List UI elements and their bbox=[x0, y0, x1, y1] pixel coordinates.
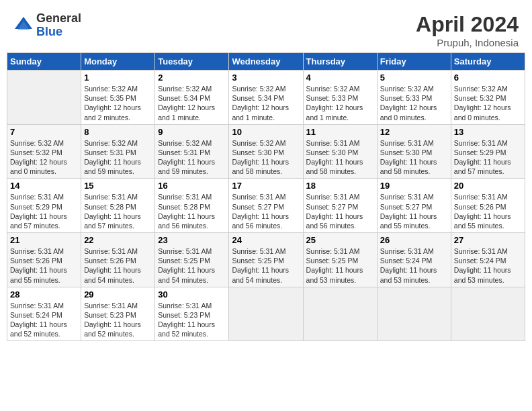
calendar-cell: 5Sunrise: 5:32 AM Sunset: 5:33 PM Daylig… bbox=[377, 71, 451, 125]
day-info: Sunrise: 5:32 AM Sunset: 5:34 PM Dayligh… bbox=[232, 84, 300, 122]
calendar-cell: 17Sunrise: 5:31 AM Sunset: 5:27 PM Dayli… bbox=[229, 179, 303, 233]
logo-blue-text: Blue bbox=[36, 26, 81, 39]
day-number: 17 bbox=[232, 181, 300, 191]
day-number: 14 bbox=[10, 181, 78, 191]
day-info: Sunrise: 5:32 AM Sunset: 5:35 PM Dayligh… bbox=[84, 84, 152, 122]
day-number: 11 bbox=[306, 127, 374, 137]
column-header-saturday: Saturday bbox=[451, 53, 525, 71]
calendar-cell: 24Sunrise: 5:31 AM Sunset: 5:25 PM Dayli… bbox=[229, 233, 303, 287]
day-number: 13 bbox=[454, 127, 522, 137]
day-info: Sunrise: 5:31 AM Sunset: 5:27 PM Dayligh… bbox=[232, 192, 300, 230]
calendar-cell bbox=[451, 287, 525, 341]
day-number: 23 bbox=[158, 235, 226, 245]
day-number: 18 bbox=[306, 181, 374, 191]
day-info: Sunrise: 5:31 AM Sunset: 5:25 PM Dayligh… bbox=[158, 246, 226, 285]
calendar-table: SundayMondayTuesdayWednesdayThursdayFrid… bbox=[7, 52, 525, 341]
day-number: 29 bbox=[84, 289, 152, 300]
day-number: 12 bbox=[380, 127, 448, 137]
calendar-cell: 12Sunrise: 5:31 AM Sunset: 5:30 PM Dayli… bbox=[377, 124, 451, 179]
calendar-cell: 13Sunrise: 5:31 AM Sunset: 5:29 PM Dayli… bbox=[451, 124, 525, 179]
day-number: 16 bbox=[158, 181, 226, 191]
day-info: Sunrise: 5:31 AM Sunset: 5:28 PM Dayligh… bbox=[84, 192, 152, 230]
calendar-cell: 3Sunrise: 5:32 AM Sunset: 5:34 PM Daylig… bbox=[229, 71, 303, 125]
calendar-cell: 11Sunrise: 5:31 AM Sunset: 5:30 PM Dayli… bbox=[303, 124, 377, 179]
calendar-cell: 19Sunrise: 5:31 AM Sunset: 5:27 PM Dayli… bbox=[377, 179, 451, 233]
column-header-friday: Friday bbox=[377, 53, 451, 71]
day-number: 8 bbox=[84, 127, 152, 137]
calendar-cell: 2Sunrise: 5:32 AM Sunset: 5:34 PM Daylig… bbox=[155, 71, 229, 125]
day-info: Sunrise: 5:31 AM Sunset: 5:26 PM Dayligh… bbox=[84, 246, 152, 285]
day-number: 2 bbox=[158, 73, 226, 83]
calendar-cell: 27Sunrise: 5:31 AM Sunset: 5:24 PM Dayli… bbox=[451, 233, 525, 287]
calendar-cell: 14Sunrise: 5:31 AM Sunset: 5:29 PM Dayli… bbox=[7, 179, 81, 233]
calendar-cell: 29Sunrise: 5:31 AM Sunset: 5:23 PM Dayli… bbox=[81, 287, 155, 341]
calendar-cell: 23Sunrise: 5:31 AM Sunset: 5:25 PM Dayli… bbox=[155, 233, 229, 287]
day-info: Sunrise: 5:32 AM Sunset: 5:31 PM Dayligh… bbox=[158, 138, 226, 177]
calendar-header-row: SundayMondayTuesdayWednesdayThursdayFrid… bbox=[7, 53, 525, 71]
calendar-cell: 25Sunrise: 5:31 AM Sunset: 5:25 PM Dayli… bbox=[303, 233, 377, 287]
day-info: Sunrise: 5:31 AM Sunset: 5:24 PM Dayligh… bbox=[454, 246, 522, 285]
calendar-cell bbox=[229, 287, 303, 341]
day-info: Sunrise: 5:32 AM Sunset: 5:34 PM Dayligh… bbox=[158, 84, 226, 122]
calendar-cell: 30Sunrise: 5:31 AM Sunset: 5:23 PM Dayli… bbox=[155, 287, 229, 341]
day-info: Sunrise: 5:31 AM Sunset: 5:23 PM Dayligh… bbox=[84, 301, 152, 339]
day-info: Sunrise: 5:31 AM Sunset: 5:29 PM Dayligh… bbox=[10, 192, 78, 230]
location-subtitle: Prupuh, Indonesia bbox=[416, 37, 519, 48]
column-header-tuesday: Tuesday bbox=[155, 53, 229, 71]
logo: General Blue bbox=[13, 12, 81, 39]
day-number: 6 bbox=[454, 73, 522, 83]
week-row-2: 7Sunrise: 5:32 AM Sunset: 5:32 PM Daylig… bbox=[7, 124, 525, 179]
calendar-cell: 28Sunrise: 5:31 AM Sunset: 5:24 PM Dayli… bbox=[7, 287, 81, 341]
day-info: Sunrise: 5:32 AM Sunset: 5:32 PM Dayligh… bbox=[10, 138, 78, 177]
logo-icon bbox=[13, 15, 34, 36]
day-number: 25 bbox=[306, 235, 374, 245]
day-info: Sunrise: 5:32 AM Sunset: 5:33 PM Dayligh… bbox=[306, 84, 374, 122]
calendar-cell: 20Sunrise: 5:31 AM Sunset: 5:26 PM Dayli… bbox=[451, 179, 525, 233]
day-number: 27 bbox=[454, 235, 522, 245]
day-number: 26 bbox=[380, 235, 448, 245]
week-row-4: 21Sunrise: 5:31 AM Sunset: 5:26 PM Dayli… bbox=[7, 233, 525, 287]
week-row-3: 14Sunrise: 5:31 AM Sunset: 5:29 PM Dayli… bbox=[7, 179, 525, 233]
week-row-1: 1Sunrise: 5:32 AM Sunset: 5:35 PM Daylig… bbox=[7, 71, 525, 125]
day-info: Sunrise: 5:32 AM Sunset: 5:31 PM Dayligh… bbox=[84, 138, 152, 177]
day-number: 21 bbox=[10, 235, 78, 245]
day-number: 5 bbox=[380, 73, 448, 83]
calendar-cell: 4Sunrise: 5:32 AM Sunset: 5:33 PM Daylig… bbox=[303, 71, 377, 125]
day-info: Sunrise: 5:31 AM Sunset: 5:25 PM Dayligh… bbox=[232, 246, 300, 285]
month-title: April 2024 bbox=[416, 12, 519, 37]
calendar-cell: 7Sunrise: 5:32 AM Sunset: 5:32 PM Daylig… bbox=[7, 124, 81, 179]
day-info: Sunrise: 5:31 AM Sunset: 5:27 PM Dayligh… bbox=[306, 192, 374, 230]
day-info: Sunrise: 5:31 AM Sunset: 5:30 PM Dayligh… bbox=[380, 138, 448, 177]
calendar-cell bbox=[7, 71, 81, 125]
day-number: 1 bbox=[84, 73, 152, 83]
calendar-cell bbox=[377, 287, 451, 341]
day-number: 3 bbox=[232, 73, 300, 83]
day-number: 15 bbox=[84, 181, 152, 191]
day-number: 7 bbox=[10, 127, 78, 137]
calendar-cell bbox=[303, 287, 377, 341]
calendar-cell: 22Sunrise: 5:31 AM Sunset: 5:26 PM Dayli… bbox=[81, 233, 155, 287]
header: General Blue April 2024 Prupuh, Indonesi… bbox=[7, 7, 525, 52]
day-number: 4 bbox=[306, 73, 374, 83]
day-number: 10 bbox=[232, 127, 300, 137]
day-info: Sunrise: 5:31 AM Sunset: 5:26 PM Dayligh… bbox=[454, 192, 522, 230]
day-info: Sunrise: 5:31 AM Sunset: 5:27 PM Dayligh… bbox=[380, 192, 448, 230]
column-header-wednesday: Wednesday bbox=[229, 53, 303, 71]
calendar-cell: 9Sunrise: 5:32 AM Sunset: 5:31 PM Daylig… bbox=[155, 124, 229, 179]
calendar-cell: 8Sunrise: 5:32 AM Sunset: 5:31 PM Daylig… bbox=[81, 124, 155, 179]
logo-general-text: General bbox=[36, 12, 81, 26]
day-info: Sunrise: 5:32 AM Sunset: 5:30 PM Dayligh… bbox=[232, 138, 300, 177]
calendar-cell: 6Sunrise: 5:32 AM Sunset: 5:32 PM Daylig… bbox=[451, 71, 525, 125]
calendar-cell: 15Sunrise: 5:31 AM Sunset: 5:28 PM Dayli… bbox=[81, 179, 155, 233]
day-info: Sunrise: 5:31 AM Sunset: 5:28 PM Dayligh… bbox=[158, 192, 226, 230]
day-number: 20 bbox=[454, 181, 522, 191]
day-number: 9 bbox=[158, 127, 226, 137]
day-info: Sunrise: 5:32 AM Sunset: 5:32 PM Dayligh… bbox=[454, 84, 522, 122]
day-info: Sunrise: 5:31 AM Sunset: 5:29 PM Dayligh… bbox=[454, 138, 522, 177]
day-number: 22 bbox=[84, 235, 152, 245]
day-number: 28 bbox=[10, 289, 78, 300]
day-info: Sunrise: 5:31 AM Sunset: 5:30 PM Dayligh… bbox=[306, 138, 374, 177]
calendar-cell: 16Sunrise: 5:31 AM Sunset: 5:28 PM Dayli… bbox=[155, 179, 229, 233]
calendar-cell: 26Sunrise: 5:31 AM Sunset: 5:24 PM Dayli… bbox=[377, 233, 451, 287]
day-info: Sunrise: 5:31 AM Sunset: 5:25 PM Dayligh… bbox=[306, 246, 374, 285]
